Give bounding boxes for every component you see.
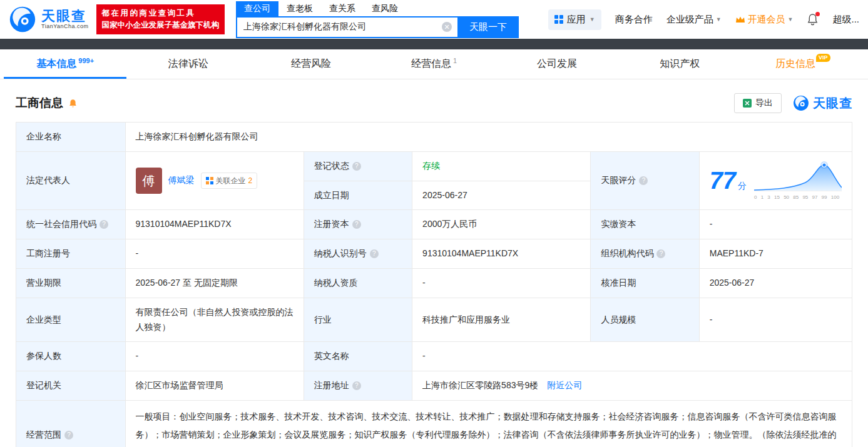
help-icon[interactable]: ? bbox=[639, 176, 648, 185]
header-divider-band bbox=[0, 39, 868, 49]
nav-user[interactable]: 超级... bbox=[832, 14, 859, 26]
establish-date-value: 2025-06-27 bbox=[412, 181, 591, 210]
vip-badge: VIP bbox=[816, 54, 830, 62]
tab-basic-label: 基本信息 bbox=[36, 58, 76, 71]
tab-development-label: 公司发展 bbox=[537, 58, 577, 71]
english-name-value: - bbox=[412, 342, 852, 371]
section-title: 工商信息 bbox=[16, 95, 78, 111]
search-tab-risk[interactable]: 查风险 bbox=[364, 1, 406, 16]
paid-capital-label: 实缴资本 bbox=[591, 210, 699, 239]
tab-history-label: 历史信息 bbox=[775, 58, 815, 71]
business-term-value: 2025-06-27 至 无固定期限 bbox=[125, 268, 304, 298]
reg-address-text: 上海市徐汇区零陵路583号9楼 bbox=[422, 380, 538, 390]
related-companies-icon bbox=[206, 177, 213, 184]
nearby-companies-link[interactable]: 附近公司 bbox=[547, 380, 582, 390]
staff-size-value: - bbox=[699, 298, 852, 342]
tab-company-development[interactable]: 公司发展 bbox=[496, 49, 618, 79]
score-value: 77分 bbox=[710, 169, 747, 193]
company-name-label: 企业名称 bbox=[16, 123, 126, 152]
reg-address-value: 上海市徐汇区零陵路583号9楼 附近公司 bbox=[412, 371, 852, 401]
section-title-text: 工商信息 bbox=[16, 95, 63, 111]
legal-rep-value: 傅 傅斌梁 关联企业 2 bbox=[125, 151, 304, 210]
score-label: 天眼评分? bbox=[591, 151, 699, 210]
reg-address-label: 注册地址? bbox=[304, 371, 412, 401]
table-row: 法定代表人 傅 傅斌梁 关联企业 2 登记状态? 存续 bbox=[16, 151, 852, 181]
score-chart: 0 1 3 15 50 85 95 97 99 100 bbox=[754, 160, 842, 202]
tab-risk-label: 经营风险 bbox=[291, 58, 331, 71]
tab-basic-badge: 999+ bbox=[78, 57, 94, 64]
brand-watermark-text: 天眼查 bbox=[813, 95, 852, 112]
insured-count-value: - bbox=[125, 342, 304, 371]
tab-intellectual-property[interactable]: 知识产权 bbox=[618, 49, 741, 79]
alarm-bell-icon[interactable] bbox=[68, 98, 78, 109]
brand-domain: TianYanCha.com bbox=[41, 24, 89, 30]
help-icon[interactable]: ? bbox=[64, 431, 73, 439]
help-icon[interactable]: ? bbox=[100, 220, 108, 229]
reg-number-value: - bbox=[125, 239, 304, 269]
search-box: ✕ bbox=[236, 16, 457, 38]
business-term-label: 营业期限 bbox=[16, 268, 126, 298]
search-tab-company[interactable]: 查公司 bbox=[236, 1, 278, 16]
insured-count-label: 参保人数 bbox=[16, 342, 126, 371]
tianyancha-logo[interactable]: 天眼查 TianYanCha.com bbox=[9, 6, 89, 33]
table-row: 营业期限 2025-06-27 至 无固定期限 纳税人资质 - 核准日期 202… bbox=[16, 268, 852, 298]
slogan-line1: 都在用的商业查询工具 bbox=[102, 8, 220, 19]
taxpayer-id-value: 91310104MAEP11KD7X bbox=[412, 239, 591, 269]
industry-value: 科技推广和应用服务业 bbox=[412, 298, 591, 342]
search-tab-relation[interactable]: 查关系 bbox=[321, 1, 364, 16]
help-icon[interactable]: ? bbox=[656, 249, 665, 258]
related-companies-badge[interactable]: 关联企业 2 bbox=[201, 173, 258, 189]
export-button[interactable]: 导出 bbox=[734, 93, 782, 113]
company-type-value: 有限责任公司（非自然人投资或控股的法人独资） bbox=[125, 298, 304, 342]
taxpayer-quality-value: - bbox=[412, 268, 591, 298]
search-button[interactable]: 天眼一下 bbox=[457, 16, 519, 38]
help-icon[interactable]: ? bbox=[352, 381, 361, 390]
chevron-down-icon: ▼ bbox=[788, 16, 794, 23]
app-menu[interactable]: 应用 ▼ bbox=[548, 9, 601, 30]
nav-cooperation[interactable]: 商务合作 bbox=[615, 14, 653, 26]
tab-basic-info[interactable]: 基本信息 999+ bbox=[4, 49, 126, 79]
status-text: 存续 bbox=[422, 161, 440, 171]
tab-operating-info[interactable]: 经营信息 1 bbox=[372, 49, 495, 79]
reg-authority-value: 徐汇区市场监督管理局 bbox=[125, 371, 304, 401]
grid-icon bbox=[554, 15, 563, 24]
notification-dot bbox=[815, 12, 820, 16]
reg-authority-label: 登记机关 bbox=[16, 371, 126, 401]
legal-rep-link[interactable]: 傅斌梁 bbox=[168, 173, 195, 188]
english-name-label: 英文名称 bbox=[304, 342, 412, 371]
logo-swirl-icon bbox=[793, 95, 809, 111]
clear-icon[interactable]: ✕ bbox=[442, 22, 452, 32]
business-scope-label: 经营范围? bbox=[16, 400, 126, 447]
credit-code-label: 统一社会信用代码? bbox=[16, 210, 126, 239]
chevron-down-icon: ▼ bbox=[590, 16, 595, 23]
tab-legal-proceedings[interactable]: 法律诉讼 bbox=[126, 49, 249, 79]
org-code-label: 组织机构代码? bbox=[591, 239, 699, 269]
reg-status-value: 存续 bbox=[412, 151, 591, 181]
tab-ip-label: 知识产权 bbox=[660, 58, 700, 71]
legal-rep-avatar[interactable]: 傅 bbox=[136, 168, 162, 194]
company-type-label: 企业类型 bbox=[16, 298, 126, 342]
chevron-down-icon: ▼ bbox=[716, 16, 722, 23]
reg-capital-value: 2000万人民币 bbox=[412, 210, 591, 239]
company-detail-tabs: 基本信息 999+ 法律诉讼 经营风险 经营信息 1 公司发展 知识产权 历史信… bbox=[0, 49, 868, 79]
approval-date-label: 核准日期 bbox=[591, 268, 699, 298]
help-icon[interactable]: ? bbox=[352, 162, 361, 171]
help-icon[interactable]: ? bbox=[352, 220, 361, 229]
tab-history-info[interactable]: 历史信息 VIP bbox=[742, 49, 864, 79]
search-tab-boss[interactable]: 查老板 bbox=[278, 1, 321, 16]
app-menu-label: 应用 bbox=[567, 14, 586, 26]
help-icon[interactable]: ? bbox=[370, 249, 379, 258]
business-info-table: 企业名称 上海徐家汇科创孵化器有限公司 法定代表人 傅 傅斌梁 关联企业 2 bbox=[16, 122, 852, 447]
approval-date-value: 2025-06-27 bbox=[699, 268, 852, 298]
nav-enterprise-products[interactable]: 企业级产品 ▼ bbox=[666, 14, 722, 26]
table-row: 企业名称 上海徐家汇科创孵化器有限公司 bbox=[16, 123, 852, 152]
taxpayer-quality-label: 纳税人资质 bbox=[304, 268, 412, 298]
score-axis: 0 1 3 15 50 85 95 97 99 100 bbox=[754, 193, 842, 202]
search-input[interactable] bbox=[237, 22, 442, 32]
credit-code-value: 91310104MAEP11KD7X bbox=[125, 210, 304, 239]
tab-operating-risk[interactable]: 经营风险 bbox=[250, 49, 372, 79]
notification-bell[interactable] bbox=[807, 13, 819, 26]
open-vip-label: 开通会员 bbox=[748, 14, 785, 26]
slogan-line2: 国家中小企业发展子基金旗下机构 bbox=[102, 19, 220, 31]
open-vip-link[interactable]: 开通会员 ▼ bbox=[735, 14, 794, 26]
